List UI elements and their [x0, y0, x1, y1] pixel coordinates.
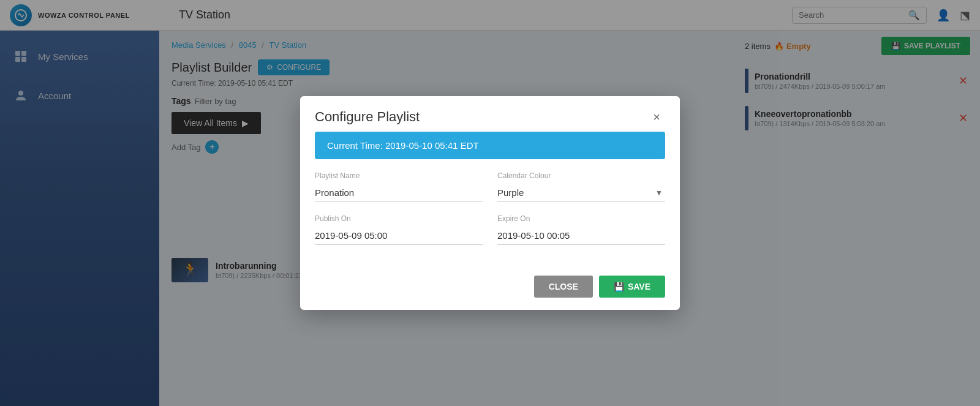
colour-select-wrapper: Red Orange Yellow Green Blue Purple Pink…: [497, 184, 665, 202]
playlist-name-field: Playlist Name: [315, 171, 483, 202]
modal-header: Configure Playlist ×: [300, 96, 680, 132]
configure-playlist-modal: Configure Playlist × Current Time: 2019-…: [300, 96, 680, 310]
playlist-name-input[interactable]: [315, 184, 483, 202]
calendar-colour-select[interactable]: Red Orange Yellow Green Blue Purple Pink: [497, 184, 665, 202]
modal-title: Configure Playlist: [315, 109, 420, 125]
expire-on-label: Expire On: [497, 214, 665, 223]
publish-on-input[interactable]: [315, 227, 483, 245]
save-button[interactable]: 💾 SAVE: [599, 276, 665, 298]
modal-current-time: Current Time: 2019-05-10 05:41 EDT: [315, 132, 665, 159]
close-button[interactable]: CLOSE: [534, 276, 593, 298]
modal-row-dates: Publish On Expire On: [315, 214, 665, 245]
calendar-colour-label: Calendar Colour: [497, 171, 665, 180]
modal-body: Current Time: 2019-05-10 05:41 EDT Playl…: [300, 132, 680, 269]
save-label: SAVE: [628, 282, 650, 291]
expire-on-input[interactable]: [497, 227, 665, 245]
publish-on-label: Publish On: [315, 214, 483, 223]
modal-footer: CLOSE 💾 SAVE: [300, 269, 680, 310]
modal-row-name-colour: Playlist Name Calendar Colour Red Orange…: [315, 171, 665, 202]
modal-close-button[interactable]: ×: [648, 108, 665, 126]
modal-overlay: Configure Playlist × Current Time: 2019-…: [0, 0, 980, 406]
expire-on-field: Expire On: [497, 214, 665, 245]
save-icon: 💾: [614, 282, 624, 291]
playlist-name-label: Playlist Name: [315, 171, 483, 180]
publish-on-field: Publish On: [315, 214, 483, 245]
calendar-colour-field: Calendar Colour Red Orange Yellow Green …: [497, 171, 665, 202]
